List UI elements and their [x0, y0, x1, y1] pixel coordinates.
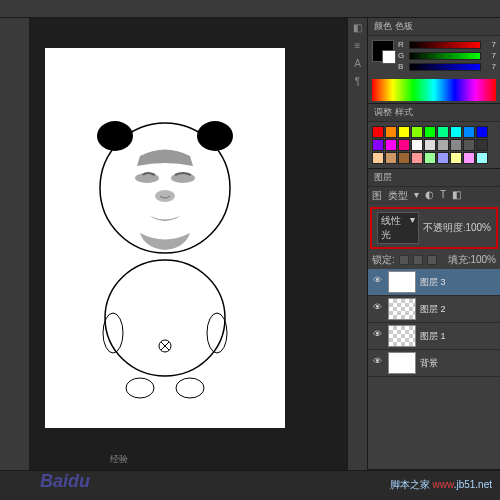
layers-list: 👁图层 3👁图层 2👁图层 1👁背景	[368, 269, 500, 377]
watermark-baidu: Baidu	[40, 471, 90, 492]
swatch[interactable]	[411, 139, 423, 151]
color-panel: 颜色 色板 R7 G7 B7	[368, 18, 500, 104]
filter-icon[interactable]: ◧	[452, 189, 461, 203]
layer-row[interactable]: 👁背景	[368, 350, 500, 377]
g-value[interactable]: 7	[484, 51, 496, 60]
svg-point-13	[155, 190, 175, 202]
swatch[interactable]	[476, 139, 488, 151]
filter-icon[interactable]: T	[440, 189, 446, 203]
right-panels: 颜色 色板 R7 G7 B7 调整 样式 图层 图 类型 ▾ ◐ T ◧	[367, 18, 500, 470]
b-slider[interactable]	[409, 63, 481, 71]
swatch[interactable]	[424, 152, 436, 164]
layer-row[interactable]: 👁图层 1	[368, 323, 500, 350]
layer-thumbnail[interactable]	[388, 271, 416, 293]
layers-panel-title[interactable]: 图层	[368, 169, 500, 187]
swatch[interactable]	[437, 152, 449, 164]
swatch[interactable]	[398, 152, 410, 164]
layers-panel: 图层 图 类型 ▾ ◐ T ◧ 线性光 ▾ 不透明度:100% 锁定: 填充:1…	[368, 169, 500, 470]
swatch[interactable]	[398, 126, 410, 138]
swatch[interactable]	[372, 152, 384, 164]
swatch[interactable]	[398, 139, 410, 151]
filter-icon[interactable]: ▾	[414, 189, 419, 203]
b-label: B	[398, 62, 406, 71]
lock-position-icon[interactable]	[427, 255, 437, 265]
layer-thumbnail[interactable]	[388, 298, 416, 320]
tools-sidebar	[0, 18, 30, 470]
svg-point-2	[100, 123, 230, 253]
svg-point-12	[171, 173, 195, 183]
g-slider[interactable]	[409, 52, 481, 60]
swatches-panel: 调整 样式	[368, 104, 500, 169]
layer-row[interactable]: 👁图层 2	[368, 296, 500, 323]
filter-label: 图	[372, 189, 382, 203]
panel-icon[interactable]: ¶	[351, 76, 365, 90]
svg-point-11	[135, 173, 159, 183]
swatch[interactable]	[385, 152, 397, 164]
layer-row[interactable]: 👁图层 3	[368, 269, 500, 296]
panel-icon[interactable]: ◧	[351, 22, 365, 36]
swatch[interactable]	[424, 126, 436, 138]
menu-bar	[0, 0, 500, 18]
chevron-down-icon: ▾	[410, 214, 415, 242]
swatches-grid	[368, 122, 500, 168]
swatch[interactable]	[437, 126, 449, 138]
layer-name[interactable]: 图层 1	[420, 330, 446, 343]
svg-point-6	[126, 378, 154, 398]
visibility-toggle-icon[interactable]: 👁	[370, 275, 384, 289]
panel-icon[interactable]: ≡	[351, 40, 365, 54]
swatch[interactable]	[476, 152, 488, 164]
panel-icon[interactable]: A	[351, 58, 365, 72]
swatch[interactable]	[450, 152, 462, 164]
r-label: R	[398, 40, 406, 49]
visibility-toggle-icon[interactable]: 👁	[370, 329, 384, 343]
r-value[interactable]: 7	[484, 40, 496, 49]
collapsed-panels-strip: ◧ ≡ A ¶	[347, 18, 367, 470]
b-value[interactable]: 7	[484, 62, 496, 71]
swatch[interactable]	[463, 126, 475, 138]
swatch[interactable]	[476, 126, 488, 138]
document-canvas[interactable]	[45, 48, 285, 428]
filter-type[interactable]: 类型	[388, 189, 408, 203]
lock-row: 锁定: 填充:100%	[368, 251, 500, 269]
svg-point-3	[105, 260, 225, 376]
swatch[interactable]	[437, 139, 449, 151]
swatch[interactable]	[372, 139, 384, 151]
layer-thumbnail[interactable]	[388, 352, 416, 374]
artwork	[45, 48, 285, 428]
r-slider[interactable]	[409, 41, 481, 49]
canvas-area	[30, 18, 367, 470]
swatch[interactable]	[372, 126, 384, 138]
blend-mode-dropdown[interactable]: 线性光 ▾	[377, 212, 419, 244]
swatch[interactable]	[385, 139, 397, 151]
lock-paint-icon[interactable]	[413, 255, 423, 265]
color-spectrum[interactable]	[372, 79, 496, 101]
layer-name[interactable]: 图层 3	[420, 276, 446, 289]
swatch[interactable]	[450, 126, 462, 138]
visibility-toggle-icon[interactable]: 👁	[370, 356, 384, 370]
color-panel-title[interactable]: 颜色 色板	[368, 18, 500, 36]
layer-filter-row: 图 类型 ▾ ◐ T ◧	[368, 187, 500, 205]
lock-transparency-icon[interactable]	[399, 255, 409, 265]
layer-name[interactable]: 图层 2	[420, 303, 446, 316]
swatch[interactable]	[411, 126, 423, 138]
swatch[interactable]	[385, 126, 397, 138]
highlight-annotation: 线性光 ▾ 不透明度:100%	[370, 207, 498, 249]
svg-point-7	[176, 378, 204, 398]
swatch[interactable]	[450, 139, 462, 151]
g-label: G	[398, 51, 406, 60]
swatches-panel-title[interactable]: 调整 样式	[368, 104, 500, 122]
watermark-experience: 经验	[110, 453, 128, 466]
layer-name[interactable]: 背景	[420, 357, 438, 370]
swatch[interactable]	[463, 152, 475, 164]
swatch[interactable]	[463, 139, 475, 151]
lock-label: 锁定:	[372, 253, 395, 267]
filter-icon[interactable]: ◐	[425, 189, 434, 203]
visibility-toggle-icon[interactable]: 👁	[370, 302, 384, 316]
blend-mode-value: 线性光	[381, 214, 410, 242]
swatch[interactable]	[424, 139, 436, 151]
fill-control[interactable]: 填充:100%	[448, 253, 496, 267]
swatch[interactable]	[411, 152, 423, 164]
foreground-background-swatch[interactable]	[372, 40, 394, 62]
layer-thumbnail[interactable]	[388, 325, 416, 347]
opacity-control[interactable]: 不透明度:100%	[423, 221, 491, 235]
